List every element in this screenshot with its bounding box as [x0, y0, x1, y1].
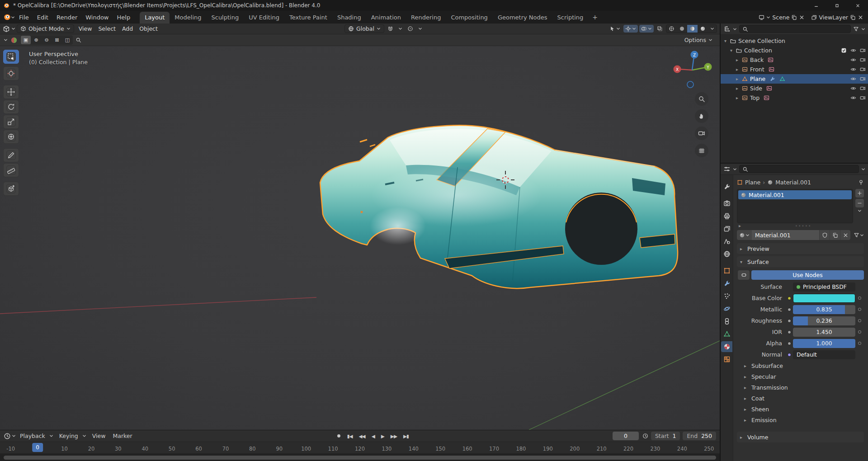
jump-start-button[interactable]: ▮◀: [344, 433, 355, 439]
breadcrumb-material[interactable]: Material.001: [775, 179, 811, 186]
properties-tab-output[interactable]: [721, 211, 732, 221]
tool-transform[interactable]: [3, 130, 19, 144]
timeline-menu-marker[interactable]: Marker: [109, 432, 135, 440]
ior-slider[interactable]: 1.450: [793, 328, 855, 337]
keyframe-dot-icon[interactable]: [855, 296, 864, 300]
camera-toggle-icon[interactable]: [860, 95, 866, 101]
viewport-menu-object[interactable]: Object: [136, 24, 161, 33]
properties-tab-texture[interactable]: [721, 354, 732, 365]
shading-material-button[interactable]: [687, 25, 698, 33]
play-reverse-button[interactable]: ◀: [369, 433, 377, 439]
disclosure-right-icon[interactable]: ▸: [734, 67, 740, 72]
view-layer-selector[interactable]: ViewLayer: [811, 14, 863, 21]
menu-file[interactable]: File: [15, 13, 33, 22]
prev-keyframe-button[interactable]: ◀◀: [356, 433, 368, 439]
menu-render[interactable]: Render: [52, 13, 81, 22]
editor-type-icon[interactable]: [3, 25, 10, 33]
scene-selector[interactable]: Scene: [759, 14, 805, 21]
checkbox-toggle-icon[interactable]: [841, 47, 847, 53]
menu-edit[interactable]: Edit: [33, 13, 52, 22]
workspace-tab-geometry-nodes[interactable]: Geometry Nodes: [493, 12, 552, 24]
use-nodes-button[interactable]: Use Nodes: [751, 270, 864, 280]
blender-menu-icon[interactable]: [4, 14, 11, 21]
keying-set-icon[interactable]: [642, 433, 648, 439]
gizmo-neg-z-axis[interactable]: [687, 81, 693, 88]
camera-view-button[interactable]: [695, 127, 708, 140]
tool-measure[interactable]: [3, 163, 19, 177]
navigation-gizmo[interactable]: X Y Z: [671, 49, 713, 91]
fake-user-button[interactable]: [819, 230, 830, 240]
timeline-ruler[interactable]: 0 -1001020304050607080901001101201301401…: [0, 442, 720, 454]
panel-surface[interactable]: ▾Surface: [737, 256, 864, 267]
outliner-editor-icon[interactable]: [723, 25, 731, 33]
normal-dropdown[interactable]: Default: [793, 350, 855, 359]
viewport-3d[interactable]: User Perspective (0) Collection | Plane …: [0, 46, 720, 430]
resize-grip[interactable]: •••••: [743, 224, 864, 228]
outliner-row-scene-collection[interactable]: ▾Scene Collection: [721, 36, 868, 46]
disclosure-down-icon[interactable]: ▾: [722, 38, 728, 43]
roughness-slider[interactable]: 0.236: [793, 316, 855, 325]
unlink-material-button[interactable]: [840, 230, 850, 240]
slot-specials-icon[interactable]: [858, 209, 862, 213]
properties-tab-material[interactable]: [721, 341, 732, 352]
tool-rotate[interactable]: [3, 100, 19, 114]
shading-options-dropdown[interactable]: [708, 25, 717, 33]
workspace-tab-compositing[interactable]: Compositing: [446, 12, 493, 24]
workspace-tab-animation[interactable]: Animation: [366, 12, 406, 24]
outliner-row-plane[interactable]: ▸Plane: [721, 74, 868, 84]
outliner-row-top[interactable]: ▸Top: [721, 93, 868, 103]
snap-toggle[interactable]: [386, 25, 395, 33]
tool-annotate[interactable]: [3, 148, 19, 162]
outliner-row-collection[interactable]: ▾Collection: [721, 46, 868, 55]
properties-tab-physics[interactable]: [721, 303, 732, 314]
timeline-scroll-handle[interactable]: [4, 456, 716, 460]
pan-button[interactable]: [695, 109, 708, 123]
workspace-tab-scripting[interactable]: Scripting: [552, 12, 589, 24]
auto-keying-toggle[interactable]: [334, 432, 344, 440]
slot-list-resize[interactable]: ▸ •••••: [737, 223, 864, 228]
select-mode-0[interactable]: ▣: [21, 36, 31, 44]
workspace-tab-shading[interactable]: Shading: [332, 12, 366, 24]
viewport-menu-view[interactable]: View: [75, 24, 95, 33]
properties-editor-icon[interactable]: [723, 165, 731, 173]
search-icon[interactable]: [75, 37, 81, 43]
menu-window[interactable]: Window: [81, 13, 113, 22]
workspace-tab-texture-paint[interactable]: Texture Paint: [284, 12, 332, 24]
camera-toggle-icon[interactable]: [860, 66, 866, 72]
outliner-search-input[interactable]: [739, 25, 851, 33]
add-workspace-button[interactable]: +: [588, 14, 602, 21]
eye-toggle-icon[interactable]: [850, 57, 856, 63]
tool-move[interactable]: [3, 85, 19, 99]
next-keyframe-button[interactable]: ▶▶: [388, 433, 400, 439]
keyframe-dot-icon[interactable]: [855, 330, 864, 334]
remove-scene-icon[interactable]: [799, 14, 805, 20]
show-overlays-toggle[interactable]: [639, 25, 654, 33]
shading-wireframe-button[interactable]: [666, 25, 677, 33]
properties-search-input[interactable]: [739, 165, 859, 173]
camera-toggle-icon[interactable]: [860, 76, 866, 82]
add-slot-button[interactable]: [855, 189, 864, 198]
workspace-tab-uv-editing[interactable]: UV Editing: [244, 12, 284, 24]
viewport-menu-select[interactable]: Select: [95, 24, 119, 33]
panel-sheen[interactable]: ▸Sheen: [737, 404, 864, 414]
disclosure-right-icon[interactable]: ▸: [737, 223, 743, 228]
properties-tab-data[interactable]: [721, 329, 732, 339]
timeline-menu-keying[interactable]: Keying: [56, 432, 81, 440]
material-slot-material.001[interactable]: Material.001: [738, 190, 852, 199]
camera-toggle-icon[interactable]: [860, 47, 866, 53]
panel-coat[interactable]: ▸Coat: [737, 393, 864, 404]
pin-icon[interactable]: [858, 179, 864, 185]
eye-toggle-icon[interactable]: [850, 47, 856, 53]
eye-toggle-icon[interactable]: [850, 95, 856, 101]
surface-dropdown[interactable]: Principled BSDF: [793, 282, 855, 292]
playhead[interactable]: 0: [32, 443, 43, 452]
browse-material-button[interactable]: [737, 230, 752, 240]
disclosure-down-icon[interactable]: ▾: [728, 48, 734, 53]
jump-end-button[interactable]: ▶▮: [401, 433, 411, 439]
disclosure-right-icon[interactable]: ▸: [734, 76, 740, 81]
viewport-menu-add[interactable]: Add: [119, 24, 136, 33]
proportional-editing-toggle[interactable]: [406, 25, 415, 33]
properties-tab-particles[interactable]: [721, 291, 732, 301]
eye-toggle-icon[interactable]: [850, 76, 856, 82]
tool-cursor[interactable]: [3, 66, 19, 80]
